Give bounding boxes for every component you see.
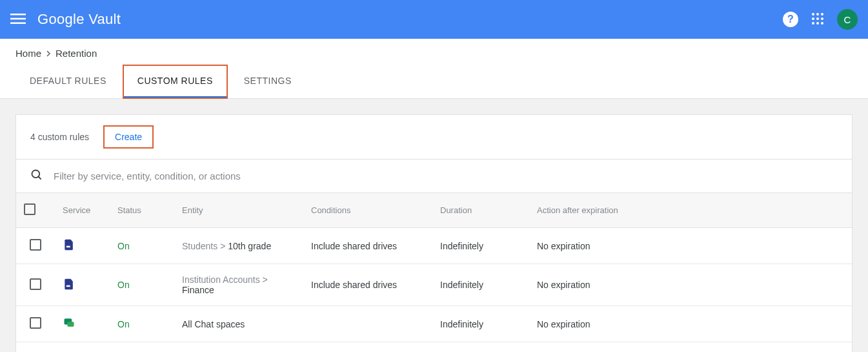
col-action[interactable]: Action after expiration [529,193,852,228]
svg-point-9 [812,22,814,25]
svg-rect-1 [10,17,26,19]
header-right: ? C [783,9,858,30]
table-row[interactable]: OnCustom admin - Org UnitSent between 20… [16,342,852,353]
svg-rect-14 [66,246,70,248]
svg-point-8 [821,17,823,20]
svg-rect-2 [10,22,26,24]
chevron-right-icon [45,48,52,59]
row-checkbox[interactable] [30,278,41,290]
svg-line-13 [39,177,41,180]
tab-settings[interactable]: Settings [230,65,306,98]
tabs: Default Rules Custom Rules Settings [15,65,853,98]
col-entity[interactable]: Entity [174,193,303,228]
drive-icon [63,243,76,253]
table-header-row: Service Status Entity Conditions Duratio… [16,193,852,228]
status-badge: On [117,241,130,251]
header-left: Google Vault [10,11,121,28]
apps-icon[interactable] [811,12,824,27]
table-row[interactable]: OnInstitution Accounts > FinanceInclude … [16,264,852,306]
svg-point-11 [821,22,823,25]
rules-count-label: 4 custom rules [30,132,89,142]
tab-custom-rules[interactable]: Custom Rules [123,65,227,98]
help-icon[interactable]: ? [783,12,798,27]
cell-action: No expiration [537,319,590,329]
breadcrumb-current: Retention [56,48,97,59]
table-row[interactable]: OnAll Chat spacesIndefinitelyNo expirati… [16,306,852,342]
entity-suffix: 10th grade [228,241,271,251]
create-button[interactable]: Create [105,127,152,147]
filter-row [16,160,852,193]
subheader: Home Retention Default Rules Custom Rule… [0,39,868,99]
cell-action: No expiration [537,241,590,251]
svg-point-12 [32,171,40,178]
table-row[interactable]: OnStudents > 10th gradeInclude shared dr… [16,228,852,264]
entity-suffix: Finance [182,285,214,295]
svg-point-4 [816,13,819,16]
svg-rect-15 [66,285,70,287]
col-duration[interactable]: Duration [432,193,529,228]
chat-icon [63,321,76,331]
filter-input[interactable] [54,171,838,181]
card-toolbar: 4 custom rules Create [16,115,852,160]
status-badge: On [117,319,130,329]
tab-default-rules[interactable]: Default Rules [15,65,121,98]
app-logo: Google Vault [37,11,121,28]
entity-suffix: All Chat spaces [182,319,245,329]
cell-conditions: Include shared drives [311,280,397,290]
col-conditions[interactable]: Conditions [303,193,432,228]
drive-icon [63,282,76,293]
menu-icon[interactable] [10,11,26,28]
col-status[interactable]: Status [110,193,174,228]
entity-prefix: Students > [182,241,228,251]
svg-rect-0 [10,14,26,16]
breadcrumb-home[interactable]: Home [15,48,41,59]
cell-action: No expiration [537,280,590,290]
svg-point-7 [816,17,819,20]
cell-duration: Indefinitely [440,280,483,290]
status-badge: On [117,280,130,290]
breadcrumb: Home Retention [15,39,853,65]
rules-card: 4 custom rules Create Service Status Ent… [15,114,853,352]
svg-point-3 [812,13,814,16]
row-checkbox[interactable] [30,317,41,329]
app-header: Google Vault ? C [0,0,868,39]
rules-table: Service Status Entity Conditions Duratio… [16,193,852,352]
avatar[interactable]: C [837,9,858,30]
row-checkbox[interactable] [30,239,41,251]
search-icon [30,169,43,183]
svg-point-6 [812,17,814,20]
cell-duration: Indefinitely [440,319,483,329]
content-area: 4 custom rules Create Service Status Ent… [0,99,868,352]
svg-rect-17 [68,322,74,327]
cell-conditions: Include shared drives [311,241,397,251]
svg-point-10 [816,22,819,25]
select-all-checkbox[interactable] [24,203,35,215]
col-service[interactable]: Service [55,193,110,228]
cell-duration: Indefinitely [440,241,483,251]
svg-point-5 [821,13,823,16]
entity-prefix: Institution Accounts > [182,274,268,285]
